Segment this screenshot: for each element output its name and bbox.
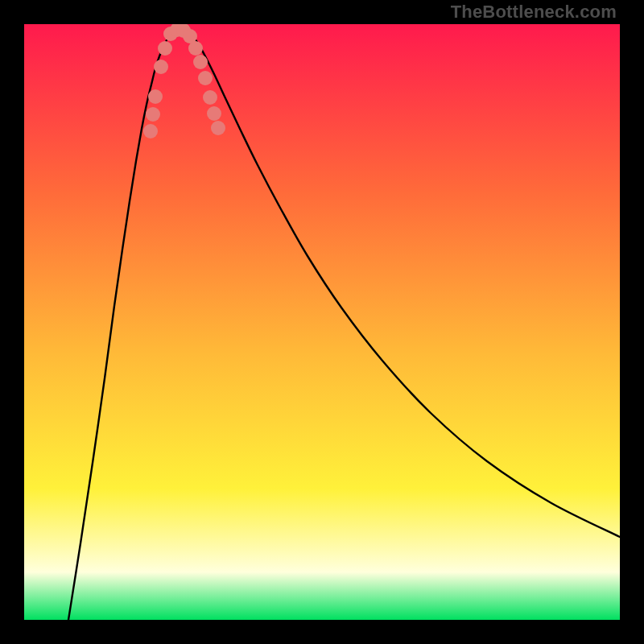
chart-curves: [24, 24, 620, 620]
watermark-text: TheBottleneck.com: [451, 2, 617, 23]
chart-frame: TheBottleneck.com: [0, 0, 644, 644]
data-marker: [193, 55, 208, 69]
data-marker: [158, 41, 172, 56]
series-left-branch: [68, 29, 175, 620]
data-marker: [198, 71, 213, 85]
plot-area: [24, 24, 620, 620]
data-marker: [146, 107, 160, 122]
data-marker: [154, 60, 168, 74]
series-right-branch: [185, 29, 620, 537]
data-marker: [188, 41, 203, 56]
data-marker: [148, 89, 163, 104]
data-marker: [143, 124, 158, 138]
data-marker: [203, 90, 217, 105]
data-marker: [207, 106, 221, 121]
data-marker: [211, 121, 225, 135]
